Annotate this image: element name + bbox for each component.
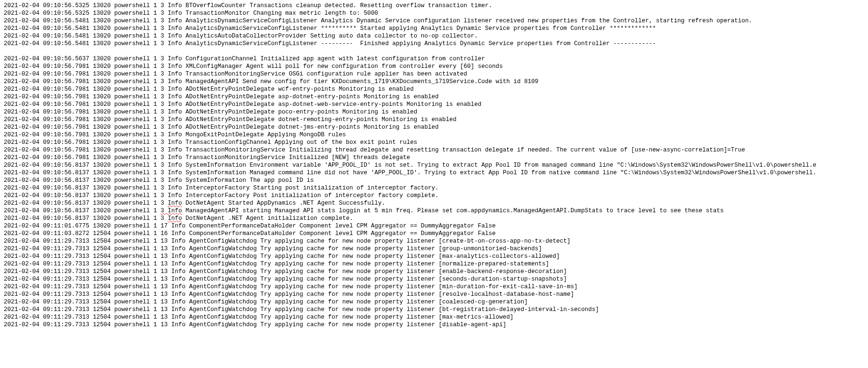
log-line: 2021-02-04 09:10:56.5325 13020 powershel… — [4, 9, 864, 17]
log-line: 2021-02-04 09:10:56.8137 13020 powershel… — [4, 192, 864, 199]
log-text: 2021-02-04 09:10:56.7981 13020 powershel… — [4, 124, 439, 131]
log-line: 2021-02-04 09:11:29.7313 12504 powershel… — [4, 253, 864, 260]
log-line: 2021-02-04 09:11:29.7313 12504 powershel… — [4, 313, 864, 321]
log-line: 2021-02-04 09:10:56.8137 13020 powershel… — [4, 215, 864, 222]
log-text: 2021-02-04 09:11:29.7313 12504 powershel… — [4, 268, 567, 275]
log-text: 2021-02-04 09:11:29.7313 12504 powershel… — [4, 306, 599, 313]
log-line: 2021-02-04 09:10:56.7981 13020 powershel… — [4, 93, 864, 101]
log-text: 2021-02-04 09:10:56.7981 13020 powershel… — [4, 132, 346, 138]
log-line: 2021-02-04 09:10:56.8137 13020 powershel… — [4, 207, 864, 215]
log-line: 2021-02-04 09:10:56.5481 13020 powershel… — [4, 32, 864, 40]
log-text: 2021-02-04 09:11:29.7313 12504 powershel… — [4, 283, 578, 290]
log-text: 2021-02-04 09:11:01.6775 13020 powershel… — [4, 223, 496, 229]
log-line: 2021-02-04 09:10:56.8137 13020 powershel… — [4, 169, 864, 177]
log-line: 2021-02-04 09:10:56.5481 13020 powershel… — [4, 25, 864, 32]
log-text: 2021-02-04 09:10:56.7981 13020 powershel… — [4, 147, 745, 153]
log-text: 2021-02-04 09:11:29.7313 12504 powershel… — [4, 321, 506, 328]
log-text: 2021-02-04 09:11:03.8272 12504 powershel… — [4, 230, 496, 237]
log-line: 2021-02-04 09:10:56.7981 13020 powershel… — [4, 70, 864, 78]
log-text: 2021-02-04 09:10:56.7981 13020 powershel… — [4, 78, 538, 85]
log-text: 2021-02-04 09:11:29.7313 12504 powershel… — [4, 238, 571, 245]
spellcheck-squiggle: Info — [168, 200, 182, 207]
log-text: 2021-02-04 09:10:56.7981 13020 powershel… — [4, 139, 417, 146]
log-text: 2021-02-04 09:10:56.8137 13020 powershel… — [4, 170, 816, 176]
log-line: 2021-02-04 09:11:29.7313 12504 powershel… — [4, 321, 864, 329]
log-line: 2021-02-04 09:11:29.7313 12504 powershel… — [4, 237, 864, 245]
log-line: 2021-02-04 09:10:56.8137 13020 powershel… — [4, 184, 864, 192]
log-text: DotNetAgent .NET Agent initialization co… — [182, 215, 353, 222]
log-text: 2021-02-04 09:10:56.8137 13020 powershel… — [4, 192, 439, 199]
log-output: 2021-02-04 09:10:56.5325 13020 powershel… — [4, 2, 864, 329]
log-line: 2021-02-04 09:10:56.8137 13020 powershel… — [4, 161, 864, 169]
log-line: 2021-02-04 09:10:56.7981 13020 powershel… — [4, 101, 864, 108]
log-text: 2021-02-04 09:10:56.8137 13020 powershel… — [4, 208, 161, 214]
log-line: 2021-02-04 09:10:56.5325 13020 powershel… — [4, 2, 864, 9]
log-text: 2021-02-04 09:11:29.7313 12504 powershel… — [4, 253, 560, 260]
log-line: 2021-02-04 09:10:56.8137 13020 powershel… — [4, 199, 864, 207]
log-line: 2021-02-04 09:10:56.7981 13020 powershel… — [4, 78, 864, 85]
log-text: 2021-02-04 09:10:56.5481 13020 powershel… — [4, 18, 752, 24]
log-text: 2021-02-04 09:10:56.7981 13020 powershel… — [4, 94, 439, 100]
log-line: 2021-02-04 09:11:29.7313 12504 powershel… — [4, 291, 864, 298]
log-line: 2021-02-04 09:11:29.7313 12504 powershel… — [4, 260, 864, 268]
log-line: 2021-02-04 09:11:01.6775 13020 powershel… — [4, 222, 864, 230]
log-text: 2021-02-04 09:10:56.7981 13020 powershel… — [4, 63, 503, 70]
log-text: 2021-02-04 09:10:56.5325 13020 powershel… — [4, 2, 492, 9]
log-text: DotNetAgent Started AppDynamics .NET Age… — [182, 200, 385, 207]
log-text: 2021-02-04 09:10:56.5325 13020 powershel… — [4, 10, 378, 17]
log-text: 2021-02-04 09:10:56.8137 13020 powershel… — [4, 200, 168, 207]
log-text: 2021-02-04 09:10:56.8137 13020 powershel… — [4, 185, 439, 191]
log-text: 2021-02-04 09:10:56.7981 13020 powershel… — [4, 116, 457, 123]
log-line: 2021-02-04 09:10:56.7981 13020 powershel… — [4, 154, 864, 161]
spellcheck-squiggle: Info — [168, 215, 182, 222]
log-text: 2021-02-04 09:10:56.5481 13020 powershel… — [4, 40, 656, 47]
log-line: 2021-02-04 09:11:29.7313 12504 powershel… — [4, 298, 864, 306]
log-line: 2021-02-04 09:10:56.7981 13020 powershel… — [4, 108, 864, 116]
log-line: 2021-02-04 09:10:56.7981 13020 powershel… — [4, 63, 864, 70]
log-line: 2021-02-04 09:10:56.7981 13020 powershel… — [4, 139, 864, 146]
log-text: 2021-02-04 09:11:29.7313 12504 powershel… — [4, 291, 574, 298]
log-line: 2021-02-04 09:11:29.7313 12504 powershel… — [4, 283, 864, 291]
log-text: 2021-02-04 09:10:56.7981 13020 powershel… — [4, 101, 481, 108]
log-line: 2021-02-04 09:10:56.5481 13020 powershel… — [4, 17, 864, 25]
log-line: 2021-02-04 09:10:56.7981 13020 powershel… — [4, 146, 864, 154]
log-text: ManagedAgentAPI starting Managed API sta… — [182, 208, 724, 214]
log-line: 2021-02-04 09:10:56.5637 13020 powershel… — [4, 55, 864, 63]
log-text: 2021-02-04 09:10:56.8137 13020 powershel… — [4, 177, 314, 184]
log-text: 2021-02-04 09:11:29.7313 12504 powershel… — [4, 299, 528, 305]
log-line: 2021-02-04 09:11:29.7313 12504 powershel… — [4, 306, 864, 313]
log-line: 2021-02-04 09:11:29.7313 12504 powershel… — [4, 268, 864, 275]
log-line: 2021-02-04 09:10:56.7981 13020 powershel… — [4, 116, 864, 123]
log-line: 2021-02-04 09:11:29.7313 12504 powershel… — [4, 275, 864, 283]
spellcheck-squiggle: 3 Info — [161, 208, 182, 214]
log-line: 2021-02-04 09:10:56.7981 13020 powershel… — [4, 85, 864, 93]
log-line: 2021-02-04 09:10:56.7981 13020 powershel… — [4, 123, 864, 131]
log-text: 2021-02-04 09:10:56.7981 13020 powershel… — [4, 154, 410, 161]
log-line: 2021-02-04 09:10:56.8137 13020 powershel… — [4, 177, 864, 184]
log-text: 2021-02-04 09:10:56.5637 13020 powershel… — [4, 56, 485, 62]
log-text: 2021-02-04 09:11:29.7313 12504 powershel… — [4, 276, 567, 283]
log-text: 2021-02-04 09:10:56.7981 13020 powershel… — [4, 109, 417, 115]
log-text: 2021-02-04 09:11:29.7313 12504 powershel… — [4, 245, 542, 252]
log-text: 2021-02-04 09:10:56.5481 13020 powershel… — [4, 25, 656, 32]
log-text: 2021-02-04 09:10:56.7981 13020 powershel… — [4, 71, 467, 77]
log-line: 2021-02-04 09:10:56.5481 13020 powershel… — [4, 40, 864, 47]
log-text: 2021-02-04 09:10:56.5481 13020 powershel… — [4, 33, 478, 39]
log-text: 2021-02-04 09:10:56.8137 13020 powershel… — [4, 215, 168, 222]
log-line: 2021-02-04 09:11:03.8272 12504 powershel… — [4, 230, 864, 237]
log-line: 2021-02-04 09:11:29.7313 12504 powershel… — [4, 245, 864, 253]
log-text: 2021-02-04 09:11:29.7313 12504 powershel… — [4, 261, 549, 267]
log-text: 2021-02-04 09:10:56.8137 13020 powershel… — [4, 162, 816, 169]
log-text: 2021-02-04 09:11:29.7313 12504 powershel… — [4, 314, 514, 321]
log-text: 2021-02-04 09:10:56.7981 13020 powershel… — [4, 86, 414, 93]
log-blank-line — [4, 47, 864, 55]
log-line: 2021-02-04 09:10:56.7981 13020 powershel… — [4, 131, 864, 139]
